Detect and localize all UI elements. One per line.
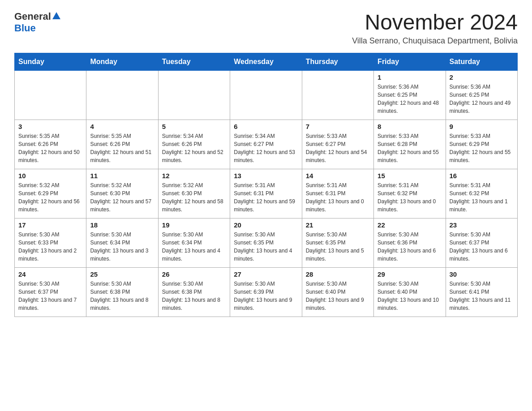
day-number: 6 (234, 123, 298, 130)
day-info: Sunrise: 5:30 AM Sunset: 6:35 PM Dayligh… (234, 231, 298, 263)
day-number: 8 (378, 123, 442, 130)
day-number: 30 (450, 270, 514, 278)
calendar-cell: 4Sunrise: 5:35 AM Sunset: 6:26 PM Daylig… (86, 120, 158, 169)
calendar-cell: 19Sunrise: 5:30 AM Sunset: 6:34 PM Dayli… (158, 218, 230, 267)
weekday-header-thursday: Thursday (302, 53, 373, 70)
day-number: 2 (450, 73, 514, 81)
weekday-header-monday: Monday (86, 53, 158, 70)
day-info: Sunrise: 5:30 AM Sunset: 6:35 PM Dayligh… (306, 231, 370, 263)
day-number: 1 (378, 73, 442, 81)
calendar-cell: 5Sunrise: 5:34 AM Sunset: 6:26 PM Daylig… (158, 120, 230, 169)
calendar-week-row: 3Sunrise: 5:35 AM Sunset: 6:26 PM Daylig… (15, 120, 518, 169)
calendar-cell: 21Sunrise: 5:30 AM Sunset: 6:35 PM Dayli… (302, 218, 373, 267)
day-info: Sunrise: 5:30 AM Sunset: 6:41 PM Dayligh… (450, 280, 514, 312)
day-number: 20 (234, 221, 298, 229)
calendar-cell: 27Sunrise: 5:30 AM Sunset: 6:39 PM Dayli… (230, 267, 302, 317)
calendar-cell: 3Sunrise: 5:35 AM Sunset: 6:26 PM Daylig… (15, 120, 86, 169)
weekday-header-saturday: Saturday (446, 53, 517, 70)
day-number: 17 (18, 221, 82, 229)
day-number: 29 (378, 270, 442, 278)
calendar-cell (230, 70, 302, 120)
day-number: 9 (450, 123, 514, 130)
day-number: 12 (162, 172, 226, 180)
calendar-cell: 16Sunrise: 5:31 AM Sunset: 6:32 PM Dayli… (446, 169, 517, 218)
calendar-week-row: 1Sunrise: 5:36 AM Sunset: 6:25 PM Daylig… (15, 70, 518, 120)
day-info: Sunrise: 5:30 AM Sunset: 6:36 PM Dayligh… (378, 231, 442, 263)
day-number: 11 (90, 172, 154, 180)
calendar-header-row: SundayMondayTuesdayWednesdayThursdayFrid… (15, 53, 518, 70)
day-number: 25 (90, 270, 154, 278)
day-number: 27 (234, 270, 298, 278)
day-info: Sunrise: 5:33 AM Sunset: 6:28 PM Dayligh… (378, 132, 442, 164)
day-info: Sunrise: 5:32 AM Sunset: 6:29 PM Dayligh… (18, 181, 82, 214)
day-number: 14 (306, 172, 370, 180)
calendar-cell: 25Sunrise: 5:30 AM Sunset: 6:38 PM Dayli… (86, 267, 158, 317)
page-header: General Blue November 2024 Villa Serrano… (14, 11, 518, 46)
day-info: Sunrise: 5:34 AM Sunset: 6:27 PM Dayligh… (234, 132, 298, 164)
calendar-cell: 14Sunrise: 5:31 AM Sunset: 6:31 PM Dayli… (302, 169, 373, 218)
day-number: 21 (306, 221, 370, 229)
day-info: Sunrise: 5:34 AM Sunset: 6:26 PM Dayligh… (162, 132, 226, 164)
day-number: 23 (450, 221, 514, 229)
calendar-cell: 6Sunrise: 5:34 AM Sunset: 6:27 PM Daylig… (230, 120, 302, 169)
day-info: Sunrise: 5:32 AM Sunset: 6:30 PM Dayligh… (90, 181, 154, 214)
logo-blue-text: Blue (14, 22, 36, 34)
day-number: 16 (450, 172, 514, 180)
day-info: Sunrise: 5:31 AM Sunset: 6:32 PM Dayligh… (378, 181, 442, 214)
day-number: 5 (162, 123, 226, 130)
month-title: November 2024 (352, 11, 518, 34)
calendar-week-row: 10Sunrise: 5:32 AM Sunset: 6:29 PM Dayli… (15, 169, 518, 218)
day-info: Sunrise: 5:30 AM Sunset: 6:34 PM Dayligh… (162, 231, 226, 263)
weekday-header-tuesday: Tuesday (158, 53, 230, 70)
day-info: Sunrise: 5:30 AM Sunset: 6:37 PM Dayligh… (18, 280, 82, 312)
calendar-cell (158, 70, 230, 120)
calendar-cell: 12Sunrise: 5:32 AM Sunset: 6:30 PM Dayli… (158, 169, 230, 218)
calendar-cell: 26Sunrise: 5:30 AM Sunset: 6:38 PM Dayli… (158, 267, 230, 317)
calendar-cell: 18Sunrise: 5:30 AM Sunset: 6:34 PM Dayli… (86, 218, 158, 267)
day-info: Sunrise: 5:30 AM Sunset: 6:40 PM Dayligh… (378, 280, 442, 312)
logo-general-text: General (14, 11, 51, 22)
day-info: Sunrise: 5:33 AM Sunset: 6:27 PM Dayligh… (306, 132, 370, 164)
weekday-header-sunday: Sunday (15, 53, 86, 70)
calendar-cell: 17Sunrise: 5:30 AM Sunset: 6:33 PM Dayli… (15, 218, 86, 267)
logo-triangle-icon (52, 12, 60, 19)
calendar-week-row: 17Sunrise: 5:30 AM Sunset: 6:33 PM Dayli… (15, 218, 518, 267)
calendar-week-row: 24Sunrise: 5:30 AM Sunset: 6:37 PM Dayli… (15, 267, 518, 317)
day-info: Sunrise: 5:30 AM Sunset: 6:38 PM Dayligh… (162, 280, 226, 312)
day-info: Sunrise: 5:30 AM Sunset: 6:38 PM Dayligh… (90, 280, 154, 312)
day-info: Sunrise: 5:30 AM Sunset: 6:39 PM Dayligh… (234, 280, 298, 312)
day-number: 22 (378, 221, 442, 229)
calendar-cell: 22Sunrise: 5:30 AM Sunset: 6:36 PM Dayli… (374, 218, 446, 267)
day-info: Sunrise: 5:35 AM Sunset: 6:26 PM Dayligh… (18, 132, 82, 164)
weekday-header-wednesday: Wednesday (230, 53, 302, 70)
calendar-cell (302, 70, 373, 120)
calendar-cell: 24Sunrise: 5:30 AM Sunset: 6:37 PM Dayli… (15, 267, 86, 317)
calendar-cell: 30Sunrise: 5:30 AM Sunset: 6:41 PM Dayli… (446, 267, 517, 317)
day-info: Sunrise: 5:36 AM Sunset: 6:25 PM Dayligh… (450, 83, 514, 115)
day-info: Sunrise: 5:30 AM Sunset: 6:37 PM Dayligh… (450, 231, 514, 263)
location-subtitle: Villa Serrano, Chuquisaca Department, Bo… (352, 36, 518, 46)
day-info: Sunrise: 5:31 AM Sunset: 6:31 PM Dayligh… (306, 181, 370, 214)
calendar-cell: 2Sunrise: 5:36 AM Sunset: 6:25 PM Daylig… (446, 70, 517, 120)
calendar-cell: 1Sunrise: 5:36 AM Sunset: 6:25 PM Daylig… (374, 70, 446, 120)
day-info: Sunrise: 5:30 AM Sunset: 6:40 PM Dayligh… (306, 280, 370, 312)
day-number: 13 (234, 172, 298, 180)
calendar-cell (15, 70, 86, 120)
day-number: 3 (18, 123, 82, 130)
day-info: Sunrise: 5:30 AM Sunset: 6:33 PM Dayligh… (18, 231, 82, 263)
day-number: 15 (378, 172, 442, 180)
calendar-cell: 13Sunrise: 5:31 AM Sunset: 6:31 PM Dayli… (230, 169, 302, 218)
day-number: 26 (162, 270, 226, 278)
day-info: Sunrise: 5:32 AM Sunset: 6:30 PM Dayligh… (162, 181, 226, 214)
day-info: Sunrise: 5:36 AM Sunset: 6:25 PM Dayligh… (378, 83, 442, 115)
day-number: 28 (306, 270, 370, 278)
calendar-cell: 28Sunrise: 5:30 AM Sunset: 6:40 PM Dayli… (302, 267, 373, 317)
day-info: Sunrise: 5:31 AM Sunset: 6:32 PM Dayligh… (450, 181, 514, 214)
day-number: 24 (18, 270, 82, 278)
day-info: Sunrise: 5:31 AM Sunset: 6:31 PM Dayligh… (234, 181, 298, 214)
calendar-cell: 15Sunrise: 5:31 AM Sunset: 6:32 PM Dayli… (374, 169, 446, 218)
day-info: Sunrise: 5:35 AM Sunset: 6:26 PM Dayligh… (90, 132, 154, 164)
calendar-cell: 9Sunrise: 5:33 AM Sunset: 6:29 PM Daylig… (446, 120, 517, 169)
calendar-cell: 11Sunrise: 5:32 AM Sunset: 6:30 PM Dayli… (86, 169, 158, 218)
day-number: 18 (90, 221, 154, 229)
